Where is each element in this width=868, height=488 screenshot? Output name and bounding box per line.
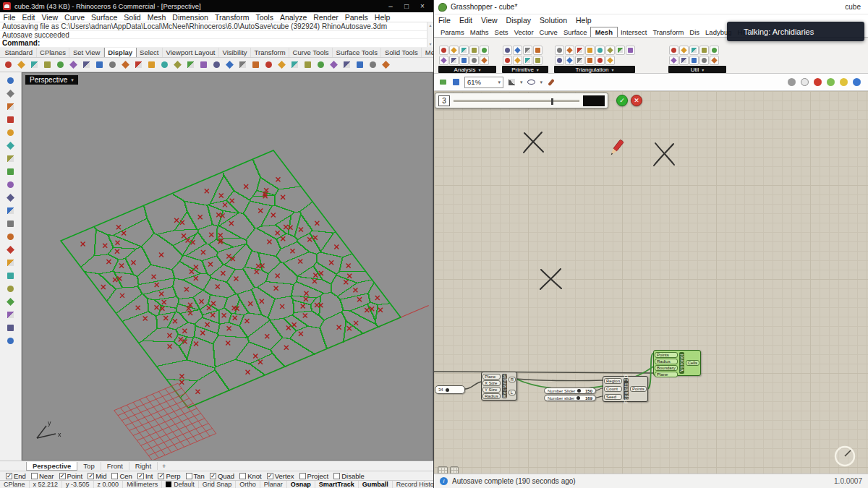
rhino-tool-icon-27[interactable] <box>341 59 352 71</box>
rhino-side-tool-icon-3[interactable] <box>4 100 17 113</box>
gh-input-x-size[interactable]: X Size <box>482 380 501 386</box>
gh-component-icon-9[interactable] <box>555 56 564 65</box>
gh-component-icon-6[interactable] <box>439 56 448 65</box>
gh-component-icon-14[interactable] <box>605 56 615 65</box>
gh-input-plane[interactable]: Plane <box>655 372 678 377</box>
osnap-quad[interactable]: ✓Quad <box>210 472 234 480</box>
gh-component-icon-10[interactable] <box>710 56 719 65</box>
rhino-side-tool-icon-17[interactable] <box>4 283 17 295</box>
slider-color-swatch[interactable] <box>583 95 605 106</box>
gh-titlebar[interactable]: Grasshopper - cube* cube <box>434 0 868 14</box>
slider-cancel-button[interactable] <box>631 95 642 106</box>
rhino-side-tool-icon-10[interactable] <box>4 192 17 204</box>
toolbar-tab-select[interactable]: Select <box>137 48 163 57</box>
wireframe-preview-icon[interactable] <box>801 78 809 86</box>
statusbar-toggle-planar[interactable]: Planar <box>260 481 287 488</box>
rhino-side-tool-icon-20[interactable] <box>4 322 17 334</box>
canvas-grid-widget[interactable] <box>438 466 448 474</box>
gh-component-icon-2[interactable] <box>679 46 689 55</box>
gh-component-icon-4[interactable] <box>469 46 479 55</box>
rhino-menu-transform[interactable]: Transform <box>211 13 252 22</box>
checkbox-icon[interactable]: ✓ <box>6 473 12 479</box>
gh-tab-intersect[interactable]: Intersect <box>618 27 650 37</box>
gh-component-icon-6[interactable] <box>513 56 522 65</box>
rhino-tool-icon-9[interactable] <box>106 59 118 71</box>
palette-group-label-util[interactable]: Util <box>668 66 726 73</box>
rhino-tool-icon-19[interactable] <box>237 59 248 71</box>
toolbar-tab-visibility[interactable]: Visibility <box>219 48 251 57</box>
rhino-tool-icon-28[interactable] <box>354 59 365 71</box>
checkbox-icon[interactable] <box>111 473 118 479</box>
chevron-down-icon[interactable]: ▾ <box>520 80 523 85</box>
osnap-vertex[interactable]: ✓Vertex <box>267 472 294 480</box>
rhino-menu-panels[interactable]: Panels <box>341 13 371 22</box>
gh-component-icon-10[interactable] <box>565 56 574 65</box>
rhino-menu-analyze[interactable]: Analyze <box>276 13 310 22</box>
gh-component-icon-5[interactable] <box>503 56 512 65</box>
gh-tab-transform[interactable]: Transform <box>650 27 686 37</box>
rhino-side-tool-icon-2[interactable] <box>4 87 17 100</box>
rhino-tool-icon-3[interactable] <box>28 59 40 71</box>
osnap-knot[interactable]: Knot <box>239 472 262 480</box>
osnap-point[interactable]: ✓Point <box>59 472 83 480</box>
rhino-tool-icon-4[interactable] <box>41 59 53 71</box>
gh-input-boundary[interactable]: Boundary <box>655 365 678 371</box>
rhino-menu-curve[interactable]: Curve <box>61 13 88 22</box>
statusbar-toggle-gumball[interactable]: Gumball <box>359 481 393 488</box>
gh-menu-edit[interactable]: Edit <box>455 16 477 25</box>
slider-track[interactable] <box>454 100 579 102</box>
gh-component-icon-8[interactable] <box>689 56 699 65</box>
rhino-menu-solid[interactable]: Solid <box>121 13 144 22</box>
checkbox-icon[interactable] <box>299 473 306 479</box>
canvas-grid-widget[interactable] <box>450 466 459 474</box>
maximize-button[interactable]: □ <box>399 2 414 10</box>
rhino-side-tool-icon-13[interactable] <box>4 231 17 243</box>
gh-component-icon-7[interactable] <box>449 56 459 65</box>
rhino-menu-mesh[interactable]: Mesh <box>144 13 169 22</box>
osnap-int[interactable]: ✓Int <box>137 472 153 480</box>
toolbar-tab-curve-tools[interactable]: Curve Tools <box>289 48 333 57</box>
gh-component-icon-9[interactable] <box>699 56 709 65</box>
palette-group-label-triangulation[interactable]: Triangulation <box>554 66 635 73</box>
gh-component-icon-5[interactable] <box>710 46 719 55</box>
gh-component-icon-7[interactable] <box>616 46 625 55</box>
osnap-disable[interactable]: Disable <box>333 472 365 480</box>
rhino-side-tool-icon-5[interactable] <box>4 127 17 139</box>
save-file-icon[interactable] <box>451 77 461 87</box>
gh-tab-curve[interactable]: Curve <box>537 27 561 37</box>
rhino-tool-icon-17[interactable] <box>210 59 222 71</box>
toolbar-tab-transform[interactable]: Transform <box>251 48 289 57</box>
toolbar-tab-mesh-tools[interactable]: Mesh Tools <box>422 48 433 57</box>
rhino-tool-icon-6[interactable] <box>67 59 79 71</box>
slider-grip[interactable] <box>576 396 580 400</box>
gh-tab-mesh[interactable]: Mesh <box>590 27 618 37</box>
gh-component-icon-5[interactable] <box>480 46 489 55</box>
gh-component-icon-1[interactable] <box>503 46 512 55</box>
checkbox-icon[interactable] <box>333 473 340 479</box>
gh-node-populate[interactable]: RegionCountSeedPopulate 2DPoints <box>603 376 648 402</box>
gh-component-icon-4[interactable] <box>533 46 542 55</box>
gh-tab-vector[interactable]: Vector <box>511 27 537 37</box>
viewport-tab-right[interactable]: Right <box>129 462 158 470</box>
rhino-menu-dimension[interactable]: Dimension <box>169 13 212 22</box>
rhino-side-tool-icon-16[interactable] <box>4 270 17 282</box>
rhino-tool-icon-22[interactable] <box>276 59 287 71</box>
gh-canvas[interactable]: 34PlaneX SizeY SizeRadiusRectangleRLNumb… <box>434 91 868 474</box>
gh-component-icon-3[interactable] <box>575 46 584 55</box>
checkbox-icon[interactable]: ✓ <box>59 473 66 479</box>
rhino-tool-icon-16[interactable] <box>197 59 209 71</box>
checkbox-icon[interactable]: ✓ <box>267 473 273 479</box>
gh-component-icon-8[interactable] <box>626 46 635 55</box>
gh-component-icon-5[interactable] <box>595 46 605 55</box>
gh-output-r[interactable]: R <box>509 377 516 382</box>
rhino-side-tool-icon-12[interactable] <box>4 218 17 230</box>
toolbar-tab-set-view[interactable]: Set View <box>69 48 103 57</box>
gh-node-slider_count[interactable]: Number Slider150 <box>544 388 596 394</box>
rhino-tool-icon-23[interactable] <box>289 59 300 71</box>
checkbox-icon[interactable] <box>186 473 192 479</box>
viewport-canvas[interactable] <box>22 73 433 461</box>
shaded-preview-icon[interactable] <box>814 78 822 86</box>
gh-component-icon-2[interactable] <box>565 46 574 55</box>
gh-component-icon-4[interactable] <box>585 46 595 55</box>
gh-input-plane[interactable]: Plane <box>482 374 501 380</box>
